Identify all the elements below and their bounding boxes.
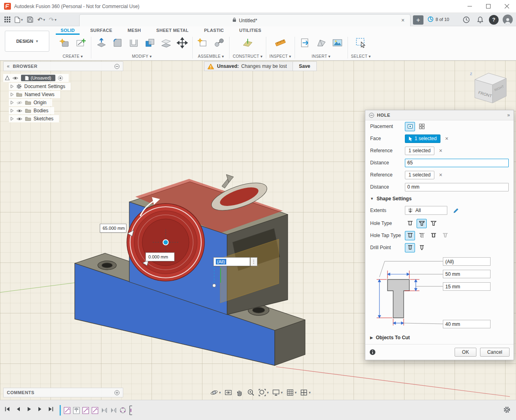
timeline-sketch-feature[interactable] xyxy=(82,406,89,415)
tap-type-tapped-button[interactable] xyxy=(428,231,438,240)
tab-plastic[interactable]: PLASTIC xyxy=(199,26,229,35)
cbore-depth-input[interactable] xyxy=(443,282,491,291)
timeline-track[interactable] xyxy=(59,404,133,417)
objects-to-cut-section[interactable]: ▶ Objects To Cut xyxy=(365,332,514,342)
construction-plane-button[interactable] xyxy=(241,36,255,50)
grid-layout-button[interactable]: ▾ xyxy=(285,388,298,397)
zoom-button[interactable] xyxy=(246,388,256,397)
expand-arrow-icon[interactable] xyxy=(11,109,14,113)
timeline-mirror-feature[interactable] xyxy=(101,406,108,415)
fit-button[interactable]: ▾ xyxy=(257,388,270,397)
browser-root-row[interactable]: (Unsaved) xyxy=(3,74,69,82)
visibility-eye-off-icon[interactable] xyxy=(16,101,23,105)
decal-button[interactable] xyxy=(331,36,344,50)
hole-type-simple-button[interactable] xyxy=(405,219,415,228)
document-tab[interactable]: Untitled* × xyxy=(79,14,411,26)
hole-diameter-input[interactable] xyxy=(443,320,491,328)
comments-panel[interactable]: COMMENTS xyxy=(3,388,123,397)
edit-pencil-icon[interactable] xyxy=(453,208,459,214)
reference2-selection-button[interactable]: 1 selected xyxy=(405,171,434,179)
tap-type-clearance-button[interactable] xyxy=(417,231,427,240)
visibility-eye-icon[interactable] xyxy=(16,109,23,113)
extents-dropdown[interactable]: All xyxy=(405,206,447,215)
tab-utilities[interactable]: UTILITIES xyxy=(234,26,266,35)
hole-type-countersink-button[interactable] xyxy=(428,219,438,228)
collapse-browser-icon[interactable]: « xyxy=(7,63,10,69)
create-sketch-button[interactable] xyxy=(74,36,88,50)
offset-face-button[interactable] xyxy=(159,36,173,50)
expand-arrow-icon[interactable] xyxy=(11,101,14,105)
distance-input-1[interactable] xyxy=(405,159,509,167)
notifications-bell-icon[interactable] xyxy=(475,15,485,25)
timeline-position-marker[interactable] xyxy=(59,405,61,416)
combine-button[interactable] xyxy=(143,36,157,50)
display-settings-button[interactable]: ▾ xyxy=(271,388,284,397)
measure-button[interactable] xyxy=(274,36,287,50)
expand-arrow-icon[interactable] xyxy=(11,92,14,97)
fillet-button[interactable] xyxy=(111,36,124,50)
timeline-mirror-feature[interactable] xyxy=(110,406,117,415)
app-grid-button[interactable] xyxy=(2,15,12,25)
document-count-badge[interactable]: 8 of 10 xyxy=(428,16,449,22)
inspect-menu[interactable]: INSPECT▾ xyxy=(270,54,291,59)
joint-button[interactable] xyxy=(212,36,226,50)
info-icon[interactable] xyxy=(369,349,376,355)
redo-button[interactable]: ↷ ▾ xyxy=(48,15,58,25)
browser-root-document[interactable]: (Unsaved) xyxy=(21,75,55,81)
timeline-feature[interactable] xyxy=(73,406,80,415)
select-menu[interactable]: SELECT▾ xyxy=(351,54,371,59)
look-at-button[interactable] xyxy=(223,388,234,397)
save-link[interactable]: Save xyxy=(293,62,316,71)
shell-button[interactable] xyxy=(127,36,141,50)
dimension-input-secondary[interactable]: 0.000 mm xyxy=(145,252,175,261)
new-tab-button[interactable]: + xyxy=(413,15,423,25)
insert-menu[interactable]: INSERT▾ xyxy=(312,54,331,59)
ok-button[interactable]: OK xyxy=(455,348,476,357)
browser-item-bodies[interactable]: Bodies xyxy=(9,107,54,114)
cbore-diameter-input[interactable] xyxy=(443,270,491,278)
browser-header[interactable]: « BROWSER xyxy=(3,61,123,71)
reference-point[interactable] xyxy=(213,284,216,287)
timeline-settings-gear-icon[interactable] xyxy=(503,406,511,414)
timeline-sketch-feature[interactable] xyxy=(91,406,99,415)
tab-solid[interactable]: SOLID xyxy=(56,26,80,35)
recent-activity-clock-icon[interactable] xyxy=(461,15,471,25)
help-icon[interactable]: ? xyxy=(489,15,499,25)
select-tool-button[interactable] xyxy=(354,36,368,50)
workspace-selector-button[interactable]: DESIGN ▾ xyxy=(5,31,49,52)
activate-component-icon[interactable] xyxy=(58,76,63,81)
face-selection-button[interactable]: 1 selected xyxy=(405,134,440,143)
timeline-circular-pattern-feature[interactable] xyxy=(119,406,126,415)
insert-mesh-button[interactable] xyxy=(314,36,328,50)
undo-button[interactable]: ↶ ▾ xyxy=(36,15,46,25)
skip-to-start-button[interactable] xyxy=(4,406,11,412)
add-comment-icon[interactable] xyxy=(114,390,120,395)
hole-depth-input[interactable] xyxy=(443,257,491,266)
placement-single-button[interactable] xyxy=(405,122,415,131)
press-pull-button[interactable] xyxy=(95,36,108,50)
distance-input-2[interactable] xyxy=(405,183,509,191)
tab-sheet-metal[interactable]: SHEET METAL xyxy=(152,26,194,35)
close-button[interactable] xyxy=(497,0,516,13)
dialog-expand-icon[interactable]: » xyxy=(507,112,510,118)
move-arrow[interactable] xyxy=(222,174,234,188)
hole-type-counterbore-button[interactable] xyxy=(417,219,427,228)
tap-type-simple-button[interactable] xyxy=(405,231,415,240)
tab-surface[interactable]: SURFACE xyxy=(85,26,117,35)
placement-multiple-button[interactable] xyxy=(417,122,427,131)
extent-inline-input[interactable]: (All) xyxy=(213,257,250,266)
browser-item-named-views[interactable]: Named Views xyxy=(9,91,60,98)
browser-minimize-icon[interactable] xyxy=(114,64,120,69)
timeline-sketch-feature[interactable] xyxy=(63,406,71,415)
shape-settings-section[interactable]: ▼ Shape Settings xyxy=(365,193,514,204)
clear-face-selection-icon[interactable]: × xyxy=(444,135,450,142)
step-back-button[interactable] xyxy=(15,406,21,412)
new-component-button[interactable] xyxy=(196,36,210,50)
construct-menu[interactable]: CONSTRUCT▾ xyxy=(233,54,263,59)
viewports-button[interactable]: ▾ xyxy=(299,388,312,397)
insert-derive-button[interactable] xyxy=(298,36,312,50)
extent-inline-handle[interactable]: ⋮ xyxy=(251,257,257,266)
tab-close-icon[interactable]: × xyxy=(400,17,406,23)
move-copy-button[interactable] xyxy=(175,36,189,50)
visibility-eye-icon[interactable] xyxy=(16,117,23,121)
